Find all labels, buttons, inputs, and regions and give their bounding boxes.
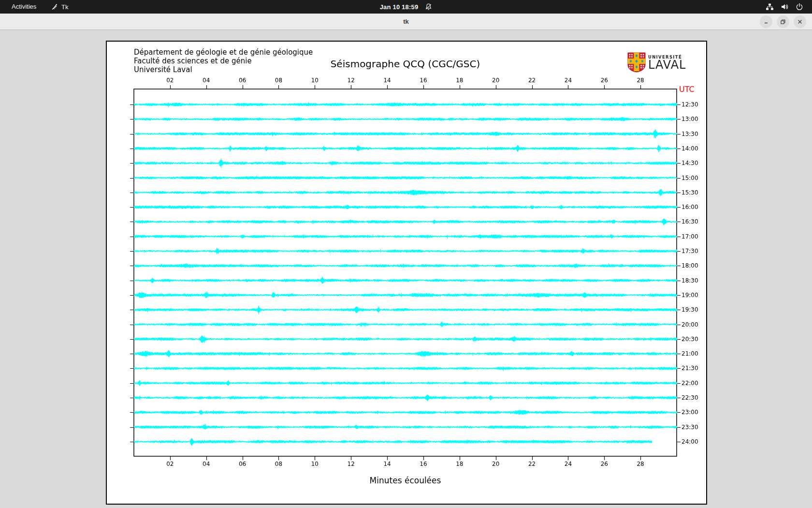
x-tick-label-bottom: 10 — [311, 461, 319, 467]
utc-time-label: 21:00 — [682, 350, 698, 357]
tk-client-area: Département de géologie et de génie géol… — [0, 30, 812, 508]
laval-wordmark: UNIVERSITÉ LAVAL — [648, 55, 686, 70]
screen: { "desktop": { "topbar": { "activities":… — [0, 0, 812, 508]
utc-time-label: 20:30 — [682, 336, 698, 343]
x-tick-label-top: 12 — [348, 77, 355, 84]
x-tick-label-top: 14 — [383, 77, 391, 84]
x-tick-label-top: 20 — [492, 77, 499, 84]
seismogram-plot — [107, 42, 706, 504]
window-titlebar[interactable]: tk — [0, 14, 812, 30]
x-tick-label-top: 26 — [601, 77, 608, 84]
x-tick-label-bottom: 18 — [456, 461, 463, 467]
utc-time-label: 16:00 — [682, 204, 698, 210]
x-tick-label-bottom: 14 — [383, 461, 391, 467]
utc-time-label: 13:30 — [682, 131, 698, 137]
minimize-icon — [763, 19, 769, 25]
window-controls — [760, 15, 806, 28]
x-tick-label-bottom: 12 — [348, 461, 355, 467]
utc-time-label: 15:30 — [682, 189, 698, 196]
power-icon — [796, 3, 803, 11]
x-tick-label-top: 04 — [203, 77, 210, 84]
utc-time-label: 13:00 — [682, 116, 698, 122]
utc-time-label: 15:00 — [682, 175, 698, 181]
utc-time-label: 14:00 — [682, 145, 698, 152]
utc-time-label: 21:30 — [682, 365, 698, 372]
restore-icon — [780, 19, 786, 25]
x-tick-label-top: 22 — [528, 77, 536, 84]
window-title: tk — [0, 14, 812, 30]
x-tick-label-top: 28 — [637, 77, 644, 84]
utc-time-label: 17:00 — [682, 233, 698, 240]
utc-time-label: 23:30 — [682, 424, 698, 431]
laval-shield-icon — [627, 52, 646, 73]
utc-time-label: 14:30 — [682, 160, 698, 166]
utc-time-label: 23:00 — [682, 409, 698, 416]
x-tick-label-top: 06 — [239, 77, 246, 84]
laval-logo: UNIVERSITÉ LAVAL — [627, 52, 686, 73]
utc-time-label: 18:00 — [682, 262, 698, 269]
gnome-top-bar: Activities Tk Jan 10 18:59 — [0, 0, 812, 14]
utc-time-label: 22:00 — [682, 380, 698, 387]
x-tick-label-bottom: 20 — [492, 461, 499, 467]
x-tick-label-top: 08 — [275, 77, 282, 84]
institution-line-1: Département de géologie et de génie géol… — [134, 48, 313, 57]
utc-time-label: 12:30 — [682, 101, 698, 108]
utc-time-label: 24:00 — [682, 438, 698, 445]
network-icon — [766, 3, 774, 11]
bell-slash-icon — [424, 3, 432, 11]
maximize-button[interactable] — [777, 15, 789, 28]
x-tick-label-bottom: 16 — [420, 461, 427, 467]
x-tick-label-bottom: 26 — [601, 461, 608, 467]
x-tick-label-bottom: 08 — [275, 461, 282, 467]
figure-canvas: Département de géologie et de génie géol… — [107, 42, 706, 504]
minimize-button[interactable] — [760, 15, 772, 28]
x-tick-label-bottom: 22 — [528, 461, 536, 467]
x-tick-label-top: 02 — [166, 77, 174, 84]
utc-time-label: 16:30 — [682, 218, 698, 225]
activities-button[interactable]: Activities — [12, 0, 36, 14]
close-icon — [797, 19, 803, 25]
utc-time-label: 19:00 — [682, 292, 698, 299]
x-tick-label-top: 10 — [311, 77, 319, 84]
x-tick-label-bottom: 04 — [203, 461, 210, 467]
x-tick-label-bottom: 28 — [637, 461, 644, 467]
x-tick-label-bottom: 02 — [166, 461, 174, 467]
close-button[interactable] — [794, 15, 806, 28]
utc-axis-label: UTC — [679, 85, 695, 94]
figure-title: Séismographe QCQ (CGC/GSC) — [134, 58, 677, 70]
x-tick-label-bottom: 06 — [239, 461, 246, 467]
x-tick-label-bottom: 24 — [565, 461, 572, 467]
app-menu-label: Tk — [61, 3, 68, 11]
tk-icon — [51, 3, 58, 11]
x-axis-label: Minutes écoulées — [134, 476, 677, 485]
system-tray[interactable] — [766, 0, 803, 14]
utc-time-label: 19:30 — [682, 306, 698, 313]
seismograph-figure: Département de géologie et de génie géol… — [106, 41, 707, 505]
utc-time-label: 22:30 — [682, 394, 698, 401]
x-tick-label-top: 24 — [565, 77, 572, 84]
laval-wordmark-bottom: LAVAL — [648, 60, 686, 70]
clock-button[interactable]: Jan 10 18:59 — [380, 0, 433, 14]
x-tick-label-top: 18 — [456, 77, 463, 84]
x-tick-label-top: 16 — [420, 77, 427, 84]
app-menu[interactable]: Tk — [51, 0, 68, 14]
clock-label: Jan 10 18:59 — [380, 3, 419, 11]
utc-time-label: 18:30 — [682, 277, 698, 284]
volume-icon — [781, 3, 789, 11]
utc-time-label: 20:00 — [682, 321, 698, 328]
utc-time-label: 17:30 — [682, 248, 698, 254]
